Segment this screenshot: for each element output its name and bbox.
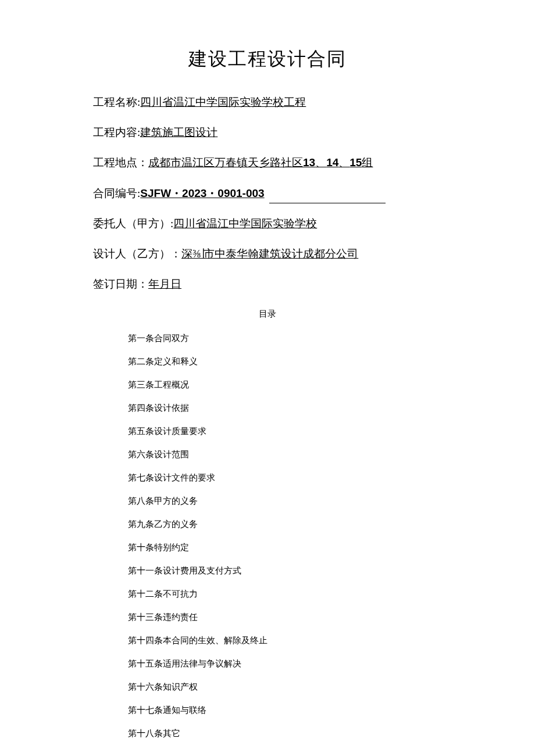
project-location-value: 成都市温江区万春镇天乡路社区13、14、15组	[148, 156, 373, 169]
toc-item: 第五条设计质量要求	[128, 424, 442, 438]
info-project-content: 工程内容:建筑施工图设计	[93, 123, 442, 142]
toc-item: 第三条工程概况	[128, 378, 442, 392]
location-sep1: 、	[315, 156, 326, 169]
location-num2: 14	[326, 156, 338, 169]
location-num1: 13	[303, 156, 315, 169]
sign-date-label: 签订日期：	[93, 278, 148, 290]
toc-item: 第一条合同双方	[128, 331, 442, 345]
party-b-label: 设计人（乙方）：	[93, 248, 181, 260]
info-sign-date: 签订日期：年月日	[93, 274, 442, 294]
toc-item: 第十五条适用法律与争议解决	[128, 657, 442, 671]
toc-item: 第十二条不可抗力	[128, 587, 442, 601]
document-title: 建设工程设计合同	[93, 46, 442, 72]
info-project-name: 工程名称:四川省温江中学国际实验学校工程	[93, 92, 442, 112]
toc-item: 第八条甲方的义务	[128, 494, 442, 508]
contract-no-value: SJFW・2023・0901-003	[140, 187, 264, 199]
location-suffix: 组	[362, 156, 373, 169]
toc-item: 第十八条其它	[128, 726, 442, 740]
info-party-a: 委托人（甲方）:四川省温江中学国际实验学校	[93, 214, 442, 234]
location-num3: 15	[349, 156, 362, 169]
info-contract-no: 合同编号:SJFW・2023・0901-003	[93, 184, 442, 203]
toc-item: 第二条定义和释义	[128, 354, 442, 368]
toc-item: 第十三条违约责任	[128, 610, 442, 624]
info-party-b: 设计人（乙方）：深⅜∣市中泰华翰建筑设计成都分公司	[93, 244, 442, 264]
location-sep2: 、	[338, 156, 349, 169]
contract-no-blank-line	[269, 203, 386, 203]
info-project-location: 工程地点：成都市温江区万春镇天乡路社区13、14、15组	[93, 153, 442, 173]
toc-item: 第四条设计依据	[128, 401, 442, 415]
toc-item: 第十条特别约定	[128, 540, 442, 554]
project-content-label: 工程内容:	[93, 126, 140, 138]
toc-item: 第九条乙方的义务	[128, 517, 442, 531]
project-name-value: 四川省温江中学国际实验学校工程	[140, 96, 306, 108]
party-a-label: 委托人（甲方）:	[93, 217, 173, 230]
toc-item: 第十一条设计费用及支付方式	[128, 564, 442, 578]
project-location-label: 工程地点：	[93, 156, 148, 169]
toc-item: 第六条设计范围	[128, 447, 442, 461]
location-prefix: 成都市温江区万春镇天乡路社区	[148, 156, 303, 169]
project-content-value: 建筑施工图设计	[140, 126, 217, 138]
party-a-value: 四川省温江中学国际实验学校	[173, 217, 317, 230]
party-b-value: 深⅜∣市中泰华翰建筑设计成都分公司	[181, 248, 358, 260]
toc-item: 第十七条通知与联络	[128, 703, 442, 717]
toc-header: 目录	[93, 309, 442, 320]
toc-list: 第一条合同双方 第二条定义和释义 第三条工程概况 第四条设计依据 第五条设计质量…	[128, 331, 442, 740]
sign-date-value: 年月日	[148, 278, 181, 290]
toc-item: 第七条设计文件的要求	[128, 471, 442, 485]
project-name-label: 工程名称:	[93, 96, 140, 108]
contract-no-label: 合同编号:	[93, 187, 140, 199]
toc-item: 第十六条知识产权	[128, 680, 442, 694]
toc-item: 第十四条本合同的生效、解除及终止	[128, 633, 442, 647]
